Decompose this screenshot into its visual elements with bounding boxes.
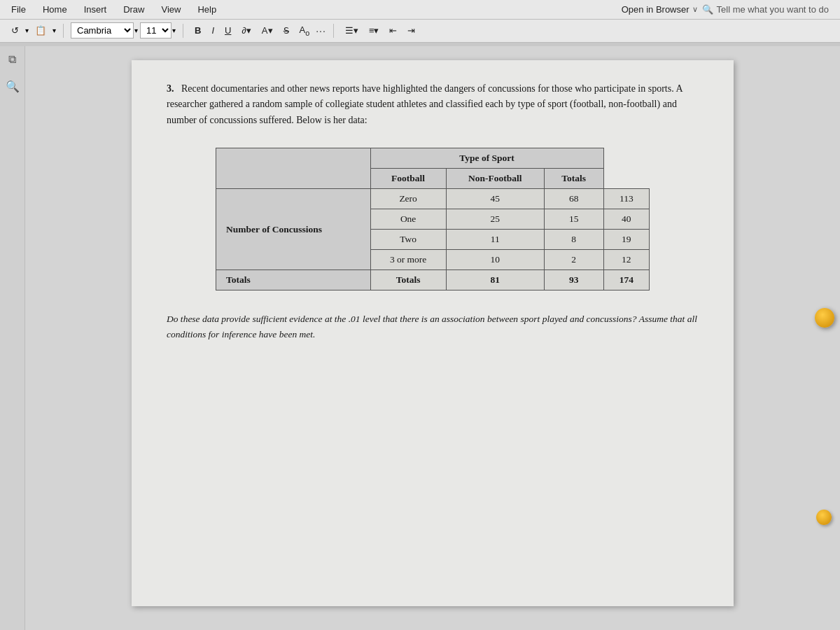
menu-home[interactable]: Home [43,4,67,15]
totals-total: 174 [603,270,649,290]
menu-right-group: Open in Browser ∨ 🔍 Tell me what you wan… [622,4,829,15]
highlight-icon: A▾ [262,25,273,36]
zero-non-football: 68 [544,189,603,209]
two-totals: 19 [603,230,649,250]
one-non-football: 15 [544,209,603,230]
table-row: Number of Concussions Zero 45 68 113 [216,189,650,209]
col-header-non-football: Non-Football [446,169,544,189]
font-family-select[interactable]: Cambria [71,22,134,38]
data-table: Type of Sport Football Non-Football Tota… [216,148,650,290]
highlight-button[interactable]: A▾ [258,23,277,38]
clipboard-button[interactable]: 📋 [31,23,50,38]
undo-button[interactable]: ↺ [7,23,23,38]
totals-non-football: 93 [544,270,603,290]
row-label-concussions: Number of Concussions [216,189,371,270]
font-size-select[interactable]: 11 [140,22,172,38]
totals-row-label: Totals [216,270,371,290]
list-button[interactable]: ☰▾ [341,23,363,38]
one-football: 25 [446,209,544,230]
open-in-browser-chevron: ∨ [692,5,698,14]
format-group: B I U ∂▾ A▾ S̶ Ao ··· [190,22,326,39]
toolbar-sep-1 [63,24,64,38]
question-text-body: Recent documentaries and other news repo… [167,83,682,125]
color-icon: ∂▾ [241,25,251,36]
menu-file[interactable]: File [11,4,26,15]
search-icon: 🔍 [702,4,713,15]
sidebar-strip: ⧉ 🔍 [0,46,25,630]
question-number: 3. [167,83,174,94]
tell-me-section[interactable]: 🔍 Tell me what you want to do [702,4,829,15]
toolbar-sep-3 [333,24,334,38]
three-more-football: 10 [446,250,544,270]
orange-circle-decoration-2 [816,510,832,525]
type-of-sport-header: Type of Sport [370,148,603,169]
one-label: One [370,209,446,230]
totals-football: 81 [446,270,544,290]
italic-button[interactable]: I [207,23,218,38]
three-more-totals: 12 [603,250,649,270]
undo-chevron[interactable]: ▾ [25,27,29,34]
two-non-football: 8 [544,230,603,250]
bottom-question: Do these data provide sufficient evidenc… [167,312,699,343]
toolbar-sep-2 [183,24,183,38]
sidebar-document-icon[interactable]: ⧉ [8,53,16,66]
zero-totals: 113 [603,189,649,209]
bold-button[interactable]: B [190,23,205,38]
tell-me-label: Tell me what you want to do [717,4,829,15]
more-options-icon[interactable]: ··· [316,25,326,36]
menu-insert[interactable]: Insert [84,4,107,15]
menu-bar: File Home Insert Draw View Help Open in … [0,0,840,20]
two-football: 11 [446,230,544,250]
size-chevron: ▾ [172,27,176,34]
two-label: Two [370,230,446,250]
indent-button[interactable]: ⇤ [385,23,401,38]
undo-redo-group: ↺ ▾ 📋 ▾ [7,23,56,38]
numbered-list-button[interactable]: ≡▾ [365,23,384,38]
menu-draw[interactable]: Draw [123,4,144,15]
open-in-browser-label: Open in Browser [622,4,690,15]
zero-label: Zero [370,189,446,209]
menu-help[interactable]: Help [197,4,216,15]
open-in-browser-menu[interactable]: Open in Browser ∨ [622,4,698,15]
font-chevron: ▾ [134,27,138,34]
underline-button[interactable]: U [220,23,235,38]
three-more-label: 3 or more [370,250,446,270]
font-style-icon: Ao [300,24,310,35]
toolbar: ↺ ▾ 📋 ▾ Cambria ▾ 11 ▾ B I U ∂▾ A▾ S̶ Ao… [0,20,840,43]
font-style-button[interactable]: Ao [295,22,314,39]
menu-view[interactable]: View [162,4,181,15]
alignment-group: ☰▾ ≡▾ ⇤ ⇥ [341,23,420,38]
table-totals-row: Totals Totals 81 93 174 [216,270,650,290]
color-button[interactable]: ∂▾ [237,23,255,38]
zero-football: 45 [446,189,544,209]
font-group: Cambria ▾ 11 ▾ [71,22,176,38]
one-totals: 40 [603,209,649,230]
strikethrough-icon: S̶ [284,25,289,36]
orange-circle-decoration-1 [815,308,834,328]
clipboard-chevron[interactable]: ▾ [52,27,56,34]
three-more-non-football: 2 [544,250,603,270]
col-header-totals: Totals [544,169,603,189]
question-paragraph: 3. Recent documentaries and other news r… [167,81,699,128]
strikethrough-button[interactable]: S̶ [279,23,293,38]
totals-sub-label: Totals [370,270,446,290]
table-header-row-1: Type of Sport [216,148,650,169]
col-header-football: Football [370,169,446,189]
outdent-button[interactable]: ⇥ [403,23,419,38]
content-area: 3. Recent documentaries and other news r… [25,46,840,630]
document-page: 3. Recent documentaries and other news r… [132,60,734,606]
sidebar-search-icon[interactable]: 🔍 [6,80,20,93]
data-table-wrapper: Type of Sport Football Non-Football Tota… [216,148,650,290]
